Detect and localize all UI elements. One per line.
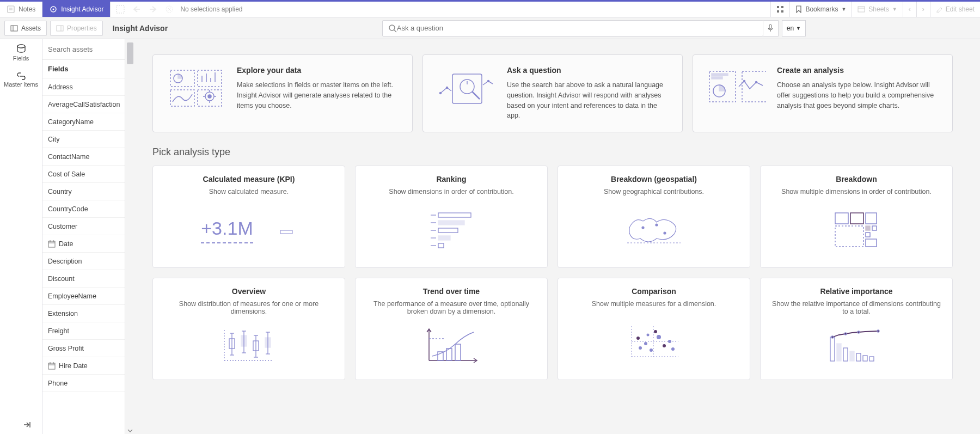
svg-rect-87 <box>866 233 870 237</box>
svg-point-137 <box>877 330 879 332</box>
prev-sheet-button[interactable]: ‹ <box>903 2 916 17</box>
field-row[interactable]: Gross Profit <box>42 340 125 357</box>
svg-point-79 <box>664 232 666 234</box>
insight-advisor-button[interactable]: Insight Advisor <box>42 2 111 17</box>
svg-point-63 <box>744 81 745 82</box>
analysis-type-card[interactable]: Trend over timeThe performance of a meas… <box>355 278 548 380</box>
selections-forward-icon[interactable] <box>148 4 158 15</box>
field-label: EmployeeName <box>48 292 96 300</box>
svg-rect-128 <box>837 344 841 361</box>
type-title: Breakdown <box>836 175 877 184</box>
svg-point-4 <box>53 9 54 10</box>
svg-point-135 <box>844 333 847 335</box>
field-row[interactable]: Country <box>42 183 125 200</box>
no-selections-text: No selections applied <box>180 5 242 13</box>
next-sheet-button[interactable]: › <box>916 2 930 17</box>
field-row[interactable]: Cost of Sale <box>42 166 125 183</box>
field-row[interactable]: CountryCode <box>42 200 125 218</box>
assets-button[interactable]: Assets <box>4 21 47 36</box>
grid-menu-button[interactable] <box>770 2 789 17</box>
svg-point-119 <box>636 337 640 340</box>
analysis-type-card[interactable]: OverviewShow distribution of measures fo… <box>152 278 345 380</box>
svg-point-125 <box>654 330 657 333</box>
svg-rect-65 <box>742 71 766 102</box>
main-scrollbar[interactable] <box>970 39 980 434</box>
analysis-type-card[interactable]: BreakdownShow multiple dimensions in ord… <box>760 166 953 268</box>
svg-rect-15 <box>858 7 865 12</box>
analysis-type-card[interactable]: Breakdown (geospatial)Show geographical … <box>558 166 750 268</box>
field-row[interactable]: Hire Date <box>42 357 125 375</box>
svg-point-51 <box>208 95 211 98</box>
search-icon <box>388 24 397 33</box>
panel-scrollbar[interactable] <box>125 39 135 434</box>
language-selector[interactable]: en ▼ <box>782 20 806 36</box>
sheets-button[interactable]: Sheets ▼ <box>852 2 902 17</box>
intro-illustration <box>166 66 226 109</box>
type-title: Trend over time <box>423 287 480 296</box>
field-row[interactable]: Extension <box>42 305 125 322</box>
properties-icon <box>56 25 64 32</box>
type-thumbnail <box>365 322 537 371</box>
field-row[interactable]: Discount <box>42 270 125 288</box>
svg-rect-132 <box>863 356 867 361</box>
type-desc: Show calculated measure. <box>209 188 289 195</box>
intro-card: Ask a questionUse the search bar above t… <box>422 54 683 132</box>
svg-rect-82 <box>850 213 863 224</box>
assets-label: Assets <box>21 25 41 32</box>
ask-question-input[interactable] <box>397 24 757 32</box>
properties-button[interactable]: Properties <box>50 21 103 36</box>
chevron-down-icon: ▼ <box>796 26 801 31</box>
database-icon <box>16 44 27 54</box>
scrollbar-thumb[interactable] <box>127 42 133 64</box>
svg-point-57 <box>446 87 448 89</box>
ask-question-search[interactable] <box>382 20 763 36</box>
svg-point-77 <box>642 227 644 229</box>
field-label: AverageCallSatisfaction <box>48 101 120 108</box>
svg-rect-129 <box>843 348 848 361</box>
analysis-type-card[interactable]: RankingShow dimensions in order of contr… <box>355 166 548 268</box>
chevron-down-icon: ▼ <box>841 7 846 12</box>
properties-label: Properties <box>67 25 97 32</box>
svg-rect-13 <box>777 10 779 13</box>
svg-point-136 <box>857 331 860 333</box>
field-row[interactable]: Freight <box>42 322 125 340</box>
field-row[interactable]: CategoryName <box>42 113 125 131</box>
svg-rect-86 <box>872 226 877 230</box>
rail-master-label: Master items <box>4 81 38 88</box>
voice-input-button[interactable] <box>763 20 779 36</box>
field-row[interactable]: Description <box>42 253 125 270</box>
svg-rect-81 <box>835 213 848 224</box>
field-row[interactable]: City <box>42 131 125 148</box>
language-label: en <box>787 25 794 32</box>
selections-back-icon[interactable] <box>131 4 142 15</box>
collapse-panel-button[interactable] <box>23 421 35 429</box>
search-assets-input[interactable] <box>42 39 125 59</box>
field-row[interactable]: AverageCallSatisfaction <box>42 96 125 113</box>
rail-master-items[interactable]: Master items <box>0 66 42 94</box>
bookmarks-button[interactable]: Bookmarks ▼ <box>789 2 852 17</box>
analysis-type-card[interactable]: ComparisonShow multiple measures for a d… <box>558 278 750 380</box>
svg-point-118 <box>644 342 647 345</box>
clear-selections-icon[interactable] <box>164 4 175 15</box>
selections-tool-icon[interactable] <box>115 4 126 15</box>
chevron-down-icon: ▼ <box>892 7 897 12</box>
svg-point-25 <box>17 45 25 48</box>
field-row[interactable]: Phone <box>42 375 125 392</box>
field-row[interactable]: Date <box>42 235 125 253</box>
field-row[interactable]: Address <box>42 78 125 96</box>
rail-fields[interactable]: Fields <box>0 39 42 66</box>
edit-sheet-button[interactable]: Edit sheet <box>930 2 980 17</box>
field-row[interactable]: Customer <box>42 218 125 235</box>
svg-point-117 <box>639 346 642 350</box>
intro-card: Explore your dataMake selections in fiel… <box>152 54 413 132</box>
field-row[interactable]: ContactName <box>42 148 125 166</box>
insight-label: Insight Advisor <box>61 5 103 13</box>
analysis-type-card[interactable]: Relative importanceShow the relative imp… <box>760 278 953 380</box>
microphone-icon <box>767 24 774 33</box>
type-thumbnail <box>770 322 942 371</box>
svg-rect-83 <box>866 213 877 224</box>
field-row[interactable]: EmployeeName <box>42 288 125 305</box>
notes-button[interactable]: Notes <box>0 2 42 17</box>
analysis-type-card[interactable]: Calculated measure (KPI)Show calculated … <box>152 166 345 268</box>
field-label: CountryCode <box>48 205 88 213</box>
